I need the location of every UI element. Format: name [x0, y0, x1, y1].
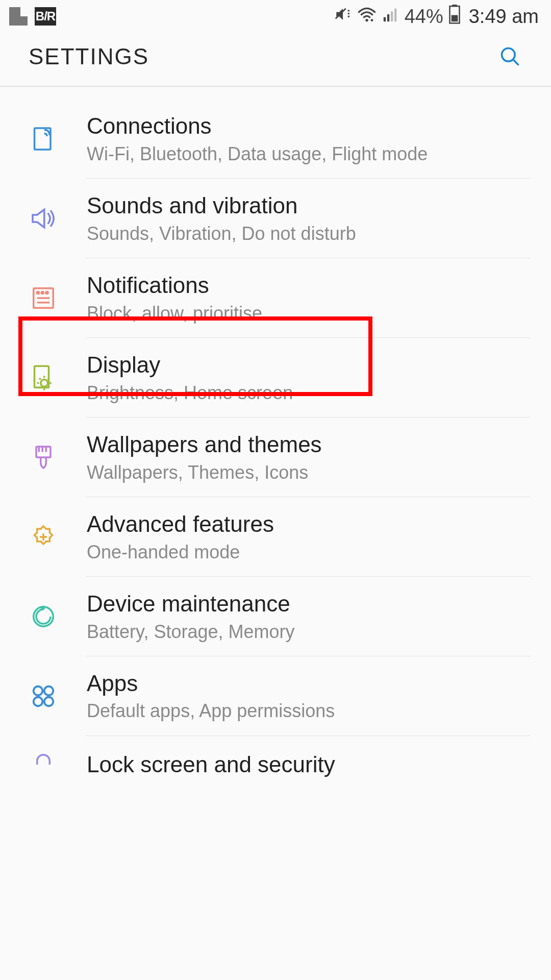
status-left-icons: B/R: [9, 7, 56, 26]
svg-point-1: [365, 19, 368, 21]
connections-icon: [29, 125, 58, 153]
status-right: 44% 3:49 am: [334, 5, 539, 29]
setting-subtitle: Brightness, Home screen: [87, 382, 531, 403]
search-icon: [499, 45, 521, 68]
settings-list: Connections Wi-Fi, Bluetooth, Data usage…: [0, 87, 551, 779]
svg-point-36: [44, 687, 54, 696]
apps-icon: [29, 682, 58, 710]
page-title: SETTINGS: [29, 44, 149, 69]
setting-title: Notifications: [87, 273, 531, 299]
notifications-icon: [29, 284, 58, 312]
setting-subtitle: Default apps, App permissions: [87, 700, 531, 721]
svg-line-24: [39, 378, 41, 380]
setting-title: Lock screen and security: [87, 752, 531, 778]
search-button[interactable]: [498, 44, 522, 69]
setting-row-display[interactable]: Display Brightness, Home screen: [0, 338, 551, 418]
battery-icon: [448, 5, 461, 29]
signal-icon: [382, 6, 399, 28]
setting-title: Connections: [87, 113, 531, 139]
setting-row-sounds[interactable]: Sounds and vibration Sounds, Vibration, …: [0, 179, 551, 258]
setting-title: Sounds and vibration: [87, 193, 531, 219]
wifi-icon: [357, 6, 377, 28]
setting-row-notifications[interactable]: Notifications Block, allow, prioritise: [0, 258, 551, 338]
lock-icon: [29, 750, 58, 779]
setting-subtitle: Sounds, Vibration, Do not disturb: [87, 223, 531, 244]
svg-line-10: [513, 60, 519, 65]
svg-rect-8: [451, 15, 458, 21]
display-icon: [29, 363, 58, 392]
setting-row-lockscreen[interactable]: Lock screen and security: [0, 736, 551, 779]
sound-icon: [29, 204, 58, 233]
svg-line-27: [48, 386, 49, 388]
svg-rect-3: [387, 14, 389, 21]
svg-point-19: [41, 379, 48, 386]
setting-title: Wallpapers and themes: [87, 432, 531, 458]
svg-rect-2: [383, 17, 385, 21]
setting-row-connections[interactable]: Connections Wi-Fi, Bluetooth, Data usage…: [0, 99, 551, 179]
setting-subtitle: Wallpapers, Themes, Icons: [87, 462, 531, 483]
svg-point-38: [44, 697, 54, 706]
svg-rect-4: [391, 11, 393, 21]
setting-row-maintenance[interactable]: Device maintenance Battery, Storage, Mem…: [0, 577, 551, 656]
setting-title: Device maintenance: [87, 591, 531, 617]
br-icon: B/R: [35, 7, 56, 26]
setting-subtitle: Wi-Fi, Bluetooth, Data usage, Flight mod…: [87, 143, 531, 164]
setting-subtitle: Battery, Storage, Memory: [87, 621, 531, 642]
brush-icon: [29, 443, 58, 472]
svg-point-37: [34, 697, 43, 706]
setting-row-wallpapers[interactable]: Wallpapers and themes Wallpapers, Themes…: [0, 418, 551, 497]
setting-title: Advanced features: [87, 511, 531, 537]
clock-time: 3:49 am: [469, 6, 539, 28]
svg-rect-5: [394, 8, 396, 21]
setting-title: Apps: [87, 671, 531, 697]
setting-subtitle: One-handed mode: [87, 542, 531, 562]
setting-row-advanced[interactable]: Advanced features One-handed mode: [0, 497, 551, 577]
svg-point-14: [41, 291, 43, 293]
mute-vibrate-icon: [334, 6, 352, 28]
setting-title: Display: [87, 352, 531, 378]
svg-point-9: [502, 48, 515, 62]
advanced-icon: [29, 523, 58, 551]
flipboard-icon: [9, 7, 28, 26]
status-bar: B/R 44% 3:49 am: [0, 0, 551, 29]
setting-row-apps[interactable]: Apps Default apps, App permissions: [0, 656, 551, 736]
settings-header: SETTINGS: [0, 29, 551, 87]
maintenance-icon: [29, 602, 58, 631]
setting-subtitle: Block, allow, prioritise: [87, 303, 531, 324]
svg-point-35: [34, 687, 43, 696]
svg-point-13: [37, 291, 39, 293]
svg-line-25: [48, 378, 49, 380]
svg-line-26: [39, 386, 41, 388]
svg-point-15: [46, 291, 48, 293]
battery-percent: 44%: [405, 6, 443, 28]
